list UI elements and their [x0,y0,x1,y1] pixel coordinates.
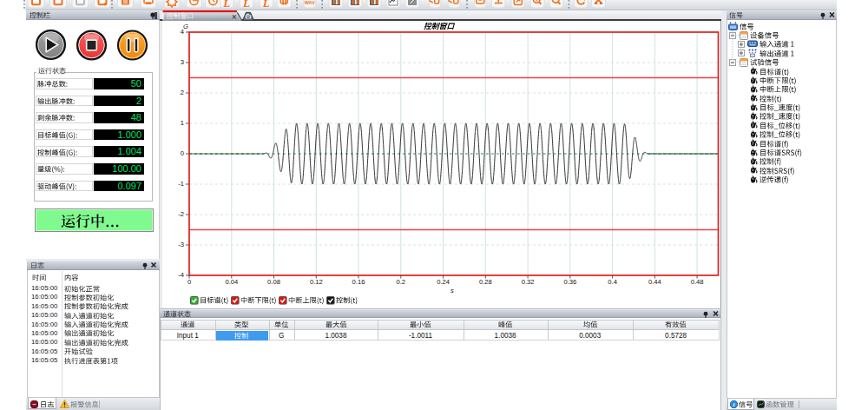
svg-text:L: L [262,0,270,10]
svg-text:L: L [242,0,250,10]
svg-text:L: L [222,0,230,10]
svg-text:i: i [733,401,734,408]
svg-text:WAV: WAV [305,0,315,5]
